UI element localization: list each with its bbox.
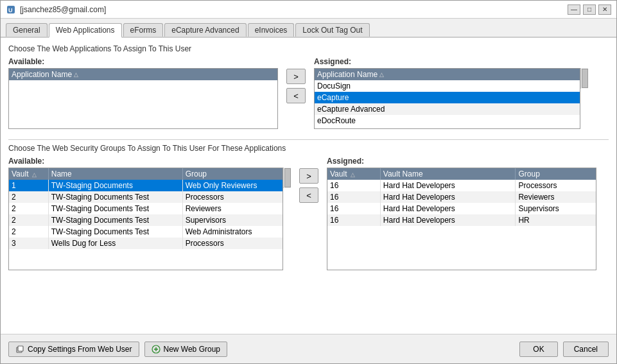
apps-move-left-button[interactable]: < [286,88,306,103]
assigned-apps-header: Application Name △ [315,69,580,80]
svg-rect-3 [18,346,23,351]
bottom-right-buttons: OK Cancel [519,342,609,357]
available-groups-label: Available: [8,157,291,166]
vault-name-col-header: Vault Name [380,168,516,180]
web-apps-section-label: Choose The Web Applications To Assign To… [8,44,609,53]
tab-general[interactable]: General [6,23,48,37]
available-apps-header: Application Name △ [9,69,277,80]
list-item[interactable]: eCapture Advanced [315,103,580,115]
vault-cell: 16 [327,214,380,226]
tab-web-applications[interactable]: Web Applications [49,23,122,38]
app-icon: U [6,4,16,15]
group-cell: Processors [182,238,282,249]
section-divider [8,139,609,140]
assigned-groups-container: Assigned: Vault △ Vault Name Group [327,157,596,270]
apps-move-right-button[interactable]: > [286,69,306,84]
tab-ecapture-advanced[interactable]: eCapture Advanced [164,23,246,37]
copy-settings-button[interactable]: Copy Settings From Web User [8,342,139,357]
groups-move-left-button[interactable]: < [299,187,318,203]
copy-icon [15,345,24,354]
group-cell: HR [516,214,596,226]
name-cell: TW-Staging Documents Test [48,214,182,226]
assigned-apps-container: Assigned: Application Name △ DocuSign eC… [314,57,588,129]
vault-cell: 2 [9,214,48,226]
list-item[interactable]: eCapture [315,92,580,103]
name-cell: Wells Dug for Less [48,238,182,249]
assigned-apps-scrollbar[interactable] [580,68,588,89]
group-cell: Reviewers [182,203,282,214]
table-row[interactable]: 1 TW-Staging Documents Web Only Reviewer… [9,180,282,191]
minimize-button[interactable]: — [568,4,580,15]
available-sort-icon: △ [74,71,78,78]
scroll-thumb [284,168,291,187]
vault-cell: 16 [327,203,380,214]
group-cell: Web Only Reviewers [182,180,282,191]
table-row[interactable]: 16 Hard Hat Developers Reviewers [327,191,596,203]
assigned-apps-wrapper: Application Name △ DocuSign eCapture eCa… [314,68,588,129]
available-groups-scrollbar[interactable] [283,168,291,188]
title-bar: U [jsanchez85@gmail.com] — □ ✕ [1,1,616,19]
list-item[interactable]: eDocRoute [315,115,580,126]
window-title: [jsanchez85@gmail.com] [20,5,106,14]
table-row[interactable]: 2 TW-Staging Documents Test Processors [9,191,282,203]
available-apps-label: Available: [8,57,278,66]
table-row[interactable]: 2 TW-Staging Documents Test Supervisors [9,214,282,226]
group-col-header: Group [182,168,282,180]
assigned-groups-wrapper: Vault △ Vault Name Group 16 Hard Hat Dev… [327,168,596,270]
vault-cell: 2 [9,226,48,238]
vault-col-header: Vault △ [327,168,380,180]
list-item[interactable]: DocuSign [315,80,580,92]
title-buttons: — □ ✕ [568,4,611,15]
web-apps-row: Available: Application Name △ > < [8,57,609,129]
apps-transfer-buttons: > < [283,69,309,103]
vault-name-cell: Hard Hat Developers [380,214,516,226]
assigned-sort-icon: △ [379,71,384,78]
vault-cell: 16 [327,191,380,203]
tab-einvoices[interactable]: eInvoices [248,23,295,37]
table-row[interactable]: 2 TW-Staging Documents Test Reviewers [9,203,282,214]
bottom-left-buttons: Copy Settings From Web User New Web Grou… [8,342,227,357]
tab-eforms[interactable]: eForms [123,23,164,37]
assigned-apps-col-header: Application Name △ [317,70,384,79]
group-cell: Processors [516,180,596,191]
table-row[interactable]: 16 Hard Hat Developers HR [327,214,596,226]
group-col-header: Group [516,168,596,180]
tab-lockout-tagout[interactable]: Lock Out Tag Out [295,23,369,37]
assigned-groups-table[interactable]: Vault △ Vault Name Group 16 Hard Hat Dev… [327,168,596,270]
add-icon [152,345,161,354]
name-cell: TW-Staging Documents Test [48,226,182,238]
cancel-button[interactable]: Cancel [563,342,609,357]
new-web-group-button[interactable]: New Web Group [144,342,227,357]
tab-bar: General Web Applications eForms eCapture… [1,19,616,38]
name-cell: TW-Staging Documents Test [48,191,182,203]
name-cell: TW-Staging Documents Test [48,203,182,214]
assigned-apps-list[interactable]: Application Name △ DocuSign eCapture eCa… [314,68,580,129]
assigned-groups-label: Assigned: [327,157,596,166]
table-row[interactable]: 3 Wells Dug for Less Processors [9,238,282,249]
close-button[interactable]: ✕ [598,4,611,15]
vault-cell: 3 [9,238,48,249]
title-bar-left: U [jsanchez85@gmail.com] [6,4,106,15]
svg-text:U: U [8,7,13,13]
vault-name-cell: Hard Hat Developers [380,203,516,214]
groups-move-right-button[interactable]: > [299,168,318,184]
maximize-button[interactable]: □ [583,4,596,15]
available-groups-table[interactable]: Vault △ Name Group 1 TW-Staging Document… [8,168,283,270]
available-groups-header-row: Vault △ Name Group [9,168,282,180]
available-apps-list[interactable]: Application Name △ [8,68,278,129]
vault-name-cell: Hard Hat Developers [380,180,516,191]
group-cell: Supervisors [516,203,596,214]
available-groups-container: Available: Vault △ Name Group [8,157,291,270]
main-window: U [jsanchez85@gmail.com] — □ ✕ General W… [0,0,617,364]
available-groups-wrapper: Vault △ Name Group 1 TW-Staging Document… [8,168,291,270]
table-row[interactable]: 16 Hard Hat Developers Supervisors [327,203,596,214]
groups-transfer-buttons: > < [296,168,322,203]
web-groups-section-label: Choose The Web Security Groups To Assign… [8,144,609,153]
bottom-bar: Copy Settings From Web User New Web Grou… [1,334,616,363]
available-apps-col-header: Application Name △ [12,70,78,79]
new-web-group-label: New Web Group [164,345,220,354]
vault-cell: 1 [9,180,48,191]
ok-button[interactable]: OK [519,342,557,357]
table-row[interactable]: 2 TW-Staging Documents Test Web Administ… [9,226,282,238]
table-row[interactable]: 16 Hard Hat Developers Processors [327,180,596,191]
